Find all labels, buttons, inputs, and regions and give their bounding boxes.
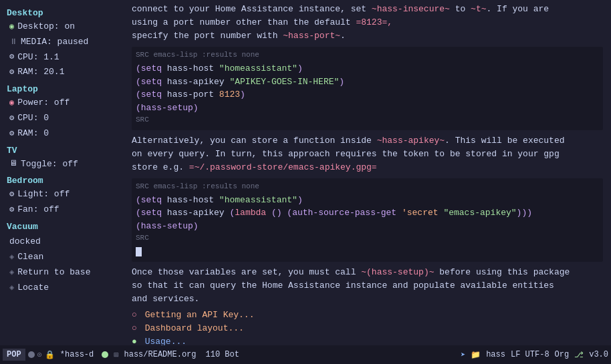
sidebar-item-light: ⚙ Light: off [0, 187, 124, 202]
sidebar-item-clean[interactable]: ◈ Clean [0, 250, 124, 265]
sidebar-item-cpu-laptop: ⚙ CPU: 0 [0, 111, 124, 126]
code-block-1: SRC emacs-lisp :results none (setq hass-… [132, 47, 603, 130]
code-line-1-2: (setq hass-apikey "APIKEY-GOES-IN-HERE") [136, 75, 599, 89]
sidebar-item-laptop-power[interactable]: ◉ Power: off [0, 96, 124, 111]
fan-label: Fan: off [17, 203, 59, 217]
status-right: ➤ 📁 hass LF UTF-8 Org ⎇ v3.0 [461, 350, 608, 360]
vacuum-status: docked [0, 233, 124, 250]
status-green-dot [102, 351, 108, 358]
section-title-vacuum: Vacuum [0, 218, 124, 233]
inline-code-password-store: =~/.password-store/emacs-apikey.gpg= [189, 162, 377, 172]
return-to-base-label: Return to base [17, 266, 90, 280]
status-dot-gray [28, 351, 35, 358]
gear-icon-ram-laptop: ⚙ [9, 128, 14, 140]
code-line-1-3: (setq hass-port 8123) [136, 88, 599, 102]
code-line-1-4: (hass-setup) [136, 102, 599, 115]
link-usage[interactable]: Usage... [145, 337, 187, 345]
main-area: Desktop ◉ Desktop: on ⏸ MEDIA: paused ⚙ … [0, 0, 611, 345]
tv-toggle-label: Toggle: off [21, 158, 78, 172]
sidebar-item-ram-desktop: ⚙ RAM: 20.1 [0, 65, 124, 80]
status-mode-pop: POP [3, 349, 25, 361]
status-middle: ⊞ hass/README.org 110 Bot [102, 350, 239, 360]
gear-icon-cpu-desktop: ⚙ [9, 51, 14, 63]
sidebar-item-media: ⏸ MEDIA: paused [0, 35, 124, 50]
sidebar-item-locate[interactable]: ◈ Locate [0, 281, 124, 296]
toggle-off-icon-laptop: ◉ [9, 97, 14, 110]
sidebar: Desktop ◉ Desktop: on ⏸ MEDIA: paused ⚙ … [0, 0, 124, 345]
cpu-laptop-label: CPU: 0 [17, 112, 49, 126]
status-folder-name: hass [486, 350, 505, 359]
link-item-api[interactable]: ○ Getting an API Key... [132, 309, 603, 322]
status-icon-circle: ⊙ [37, 350, 42, 360]
link-item-dashboard[interactable]: ○ Dashboard layout... [132, 322, 603, 335]
code-line-1-1: (setq hass-host "homeassistant") [136, 62, 599, 75]
link-item-usage[interactable]: ● Usage... [132, 335, 603, 345]
gear-icon-fan: ⚙ [9, 204, 14, 216]
media-label: MEDIA: paused [21, 35, 88, 49]
link-api-key[interactable]: Getting an API Key... [145, 310, 255, 320]
code-line-2-1: (setq hass-host "homeassistant") [136, 194, 599, 207]
status-version-icon: ⎇ [574, 350, 584, 360]
cpu-desktop-label: CPU: 1.1 [17, 51, 59, 65]
laptop-power-label: Power: off [17, 96, 70, 110]
light-label: Light: off [17, 188, 70, 202]
media-icon: ⏸ [9, 36, 17, 49]
code-line-2-2: (setq hass-apikey (lambda () (auth-sourc… [136, 206, 599, 220]
status-line-count: 110 Bot [206, 350, 239, 359]
bullet-filled-usage: ● [132, 337, 137, 345]
setup-paragraph: Once those variables are set, you must c… [132, 266, 603, 306]
inline-code-8123: =8123=, [356, 17, 392, 27]
bullet-open-dashboard: ○ [132, 323, 137, 333]
link-list: ○ Getting an API Key... ○ Dashboard layo… [132, 309, 603, 345]
sidebar-item-fan: ⚙ Fan: off [0, 202, 124, 218]
sidebar-item-cpu-desktop: ⚙ CPU: 1.1 [0, 50, 124, 65]
code-line-2-3: (hass-setup) [136, 220, 599, 233]
status-grid-icon: ⊞ [114, 350, 118, 360]
inline-code-hass-port: ~hass-port~ [283, 31, 340, 41]
status-encoding: LF UTF-8 [511, 350, 549, 359]
status-filename: *hass-d [60, 350, 94, 359]
sidebar-item-tv-toggle[interactable]: 🖥 Toggle: off [0, 157, 124, 172]
section-title-tv: TV [0, 142, 124, 157]
status-buffer-name: hass/README.org [124, 350, 197, 359]
status-left: POP ⊙ 🔒 *hass-d [3, 349, 96, 361]
desktop-status-label: Desktop: on [17, 20, 75, 34]
code-label-src-end-2: SRC [136, 232, 599, 244]
status-version: v3.0 [589, 350, 608, 359]
status-icon-lock: 🔒 [45, 350, 55, 360]
section-title-desktop: Desktop [0, 4, 124, 19]
sidebar-item-return-to-base[interactable]: ◈ Return to base [0, 265, 124, 281]
inline-code-hass-setup: ~(hass-setup)~ [361, 267, 434, 277]
gear-icon-ram-desktop: ⚙ [9, 66, 14, 79]
clean-icon: ◈ [9, 251, 14, 264]
alt-paragraph: Alternatively, you can store a function … [132, 134, 603, 174]
gear-icon-cpu-laptop: ⚙ [9, 112, 14, 125]
locate-label: Locate [17, 281, 49, 295]
locate-icon: ◈ [9, 282, 14, 295]
status-bar: POP ⊙ 🔒 *hass-d ⊞ hass/README.org 110 Bo… [0, 345, 611, 364]
section-title-bedroom: Bedroom [0, 172, 124, 187]
code-label-2: SRC emacs-lisp :results none [136, 181, 599, 192]
link-dashboard-layout[interactable]: Dashboard layout... [145, 323, 244, 333]
intro-paragraph: connect to your Home Assistance instance… [132, 3, 603, 43]
sidebar-item-desktop-toggle[interactable]: ◉ Desktop: on [0, 19, 124, 35]
inline-code-t: ~t~ [471, 4, 486, 14]
return-icon: ◈ [9, 266, 14, 279]
clean-label: Clean [17, 250, 43, 264]
gear-icon-light: ⚙ [9, 188, 14, 201]
bullet-open-api: ○ [132, 310, 137, 320]
status-arrow-icon: ➤ [461, 350, 465, 360]
main-content: connect to your Home Assistance instance… [124, 0, 611, 345]
sidebar-item-ram-laptop: ⚙ RAM: 0 [0, 126, 124, 142]
ram-desktop-label: RAM: 20.1 [17, 65, 64, 79]
section-title-laptop: Laptop [0, 80, 124, 96]
cursor-block [136, 247, 142, 256]
monitor-icon: 🖥 [9, 158, 17, 170]
status-major-mode: Org [555, 350, 570, 359]
inline-code-hass-insecure: ~hass-insecure~ [372, 4, 450, 14]
code-block-2: SRC emacs-lisp :results none (setq hass-… [132, 178, 603, 262]
ram-laptop-label: RAM: 0 [17, 127, 49, 141]
inline-code-hass-apikey: ~hass-apikey~ [377, 136, 445, 146]
toggle-on-icon: ◉ [9, 21, 14, 33]
code-label-1: SRC emacs-lisp :results none [136, 49, 599, 61]
